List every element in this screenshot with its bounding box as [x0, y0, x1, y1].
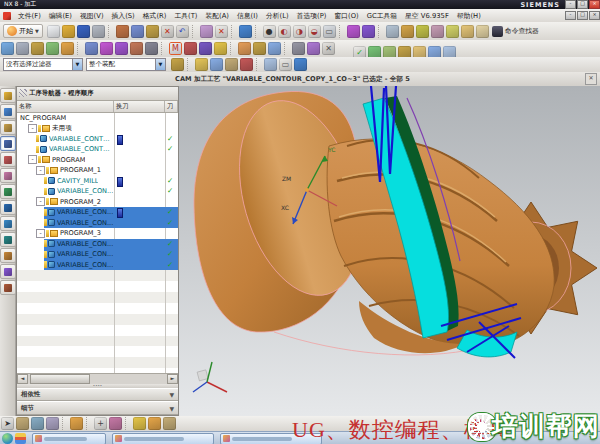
shaded-view-icon[interactable]	[239, 25, 252, 38]
batch-icon[interactable]	[307, 42, 320, 55]
scroll-left-icon[interactable]: ◄	[17, 374, 28, 384]
undo-icon[interactable]: ↶	[176, 25, 189, 38]
replay-toolpath-icon[interactable]	[184, 42, 197, 55]
tree-row[interactable]: CAVITY_MILL✓	[17, 176, 178, 187]
menu-item[interactable]: GC工具箱	[363, 11, 401, 21]
machine-tool-navigator-icon[interactable]	[0, 152, 16, 167]
snap-view-icon[interactable]	[264, 58, 277, 71]
zoom-icon[interactable]	[210, 58, 223, 71]
paste-icon[interactable]	[146, 25, 159, 38]
create-program-icon[interactable]	[1, 42, 14, 55]
transform-object-icon[interactable]	[145, 42, 158, 55]
delete-icon[interactable]: ✕	[161, 25, 174, 38]
child-close-button[interactable]: ×	[589, 11, 600, 20]
menu-item[interactable]: 格式(R)	[139, 11, 171, 21]
create-tool-icon[interactable]	[16, 42, 29, 55]
tree-row[interactable]: -PROGRAM_1	[17, 165, 178, 176]
joint-icon[interactable]	[401, 25, 414, 38]
chevron-down-icon[interactable]: ▼	[155, 59, 165, 70]
selection-filter-dropdown[interactable]: 没有选择过滤器 ▼	[3, 58, 83, 71]
angle-measure-icon[interactable]	[416, 25, 429, 38]
verify-toolpath-icon[interactable]	[199, 42, 212, 55]
distance-measure-icon[interactable]	[431, 25, 444, 38]
menu-item[interactable]: 星空 V6.935F	[401, 11, 453, 21]
column-name[interactable]: 名称	[17, 101, 114, 112]
edit-object-icon[interactable]	[85, 42, 98, 55]
lasso-select-icon[interactable]	[46, 417, 59, 430]
loop-select-icon[interactable]	[446, 25, 459, 38]
expand-toggle-icon[interactable]: -	[36, 166, 45, 175]
column-path[interactable]: 刀	[165, 101, 178, 112]
navigator-titlebar[interactable]: 工序导航器 - 程序顺序	[17, 87, 178, 101]
cancel-icon[interactable]: ✕	[322, 42, 335, 55]
copy-icon[interactable]	[131, 25, 144, 38]
assembly-navigator-icon[interactable]	[0, 88, 16, 103]
shaded-obj-icon[interactable]	[294, 58, 307, 71]
process-studio-icon[interactable]	[0, 168, 16, 183]
close-prompt-icon[interactable]: ✕	[585, 73, 597, 85]
chevron-down-icon[interactable]: ▼	[72, 59, 82, 70]
create-geometry-icon[interactable]	[31, 42, 44, 55]
postprocess-icon[interactable]	[238, 42, 251, 55]
render-style-1-icon[interactable]: ●	[263, 25, 276, 38]
expand-toggle-icon[interactable]: -	[28, 155, 37, 164]
hd3d-tools-icon[interactable]	[0, 200, 16, 215]
child-minimize-button[interactable]: -	[565, 11, 576, 20]
menu-item[interactable]: 信息(I)	[233, 11, 262, 21]
select-arrow-icon[interactable]: ➤	[1, 417, 14, 430]
process-interface-icon[interactable]	[0, 248, 16, 263]
show-toolpath-icon[interactable]: M	[169, 42, 182, 55]
details-section[interactable]: 细节▼	[17, 401, 178, 415]
print-icon[interactable]	[92, 25, 105, 38]
history-icon[interactable]	[0, 232, 16, 247]
rotate-icon[interactable]	[240, 58, 253, 71]
dependencies-section[interactable]: 相依性▼	[17, 388, 178, 402]
menu-item[interactable]: 分析(L)	[262, 11, 293, 21]
template-studio-icon[interactable]	[0, 184, 16, 199]
cut-icon[interactable]	[116, 25, 129, 38]
tree-row[interactable]: VARIABLE_CON...✓	[17, 186, 178, 197]
close-part-icon[interactable]: ✕	[215, 25, 228, 38]
tree-row[interactable]: NC_PROGRAM	[17, 113, 178, 124]
refresh-icon[interactable]	[171, 58, 184, 71]
command-finder-button[interactable]: 命令查找器	[490, 26, 541, 37]
tree-row[interactable]: -未用项	[17, 123, 178, 134]
note-icon[interactable]	[476, 25, 489, 38]
cl-output-icon[interactable]	[268, 42, 281, 55]
child-restore-button[interactable]: □	[577, 11, 588, 20]
minimize-button[interactable]: -	[565, 0, 576, 9]
menu-item[interactable]: 视图(V)	[76, 11, 108, 21]
tree-row[interactable]: VARIABLE_CONTO...✓	[17, 144, 178, 155]
snap-circle-icon[interactable]	[148, 417, 161, 430]
snap-point-icon[interactable]	[133, 417, 146, 430]
maximize-button[interactable]: □	[577, 0, 588, 9]
tree-row[interactable]: VARIABLE_CON...✓	[17, 239, 178, 250]
copy-object-icon[interactable]	[115, 42, 128, 55]
render-style-3-icon[interactable]: ◑	[293, 25, 306, 38]
scrollbar-thumb[interactable]	[30, 374, 90, 384]
touch-mode-icon[interactable]	[200, 25, 213, 38]
lock-axis-icon[interactable]	[292, 42, 305, 55]
expand-toggle-icon[interactable]: -	[36, 229, 45, 238]
pan-view-icon[interactable]	[347, 25, 360, 38]
menu-item[interactable]: 编辑(E)	[45, 11, 76, 21]
selection-scope-dropdown[interactable]: 整个装配 ▼	[86, 58, 166, 71]
tree-row[interactable]: VARIABLE_CON...✓	[17, 207, 178, 218]
create-method-icon[interactable]	[46, 42, 59, 55]
ruler-icon[interactable]	[461, 25, 474, 38]
part-navigator-icon[interactable]	[0, 120, 16, 135]
fit-view-icon[interactable]	[195, 58, 208, 71]
column-toolchange[interactable]: 换刀	[114, 101, 165, 112]
snap-rotate-icon[interactable]	[109, 417, 122, 430]
tree-row[interactable]: VARIABLE_CONTOUR✓	[17, 134, 178, 145]
graphics-viewport[interactable]: ZM XC YC	[179, 86, 600, 416]
shop-doc-icon[interactable]	[253, 42, 266, 55]
window-style-icon[interactable]: ▭	[323, 25, 336, 38]
rect-select-icon[interactable]: ▭	[279, 58, 292, 71]
menu-item[interactable]: 插入(S)	[108, 11, 139, 21]
taskbar-window-button[interactable]	[112, 433, 214, 444]
bounding-box-icon[interactable]	[386, 25, 399, 38]
tree-row[interactable]: VARIABLE_CON...✓	[17, 218, 178, 229]
render-style-2-icon[interactable]: ◐	[278, 25, 291, 38]
operation-navigator-icon[interactable]	[0, 136, 16, 151]
